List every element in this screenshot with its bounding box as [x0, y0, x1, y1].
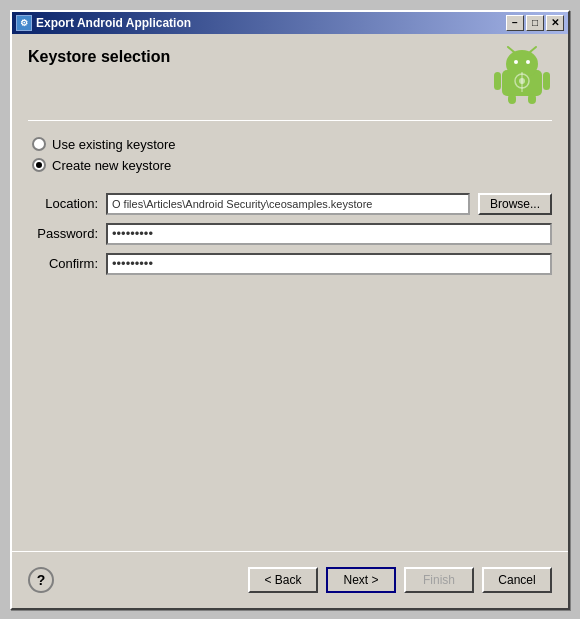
- form-section: Location: Browse... Password: Confirm:: [28, 193, 552, 275]
- radio-create-new[interactable]: Create new keystore: [32, 158, 552, 173]
- confirm-input[interactable]: [106, 253, 552, 275]
- svg-point-3: [526, 60, 530, 64]
- password-label: Password:: [28, 226, 98, 241]
- svg-rect-6: [494, 72, 501, 90]
- back-button[interactable]: < Back: [248, 567, 318, 593]
- radio-create-new-label: Create new keystore: [52, 158, 171, 173]
- location-input[interactable]: [106, 193, 470, 215]
- svg-line-5: [530, 47, 536, 52]
- finish-button[interactable]: Finish: [404, 567, 474, 593]
- location-label: Location:: [28, 196, 98, 211]
- title-bar-left: ⚙ Export Android Application: [16, 15, 191, 31]
- radio-use-existing-label: Use existing keystore: [52, 137, 176, 152]
- svg-point-12: [519, 78, 525, 84]
- password-input[interactable]: [106, 223, 552, 245]
- footer-right: < Back Next > Finish Cancel: [248, 567, 552, 593]
- content-area: Keystore selection: [12, 34, 568, 552]
- svg-rect-7: [543, 72, 550, 90]
- svg-line-4: [508, 47, 514, 52]
- radio-create-new-circle[interactable]: [32, 158, 46, 172]
- browse-button[interactable]: Browse...: [478, 193, 552, 215]
- radio-use-existing-circle[interactable]: [32, 137, 46, 151]
- header-divider: [28, 120, 552, 121]
- footer-left: ?: [28, 567, 54, 593]
- confirm-row: Confirm:: [28, 253, 552, 275]
- main-window: ⚙ Export Android Application − □ ✕ Keyst…: [10, 10, 570, 610]
- close-button[interactable]: ✕: [546, 15, 564, 31]
- svg-rect-9: [528, 94, 536, 104]
- title-bar: ⚙ Export Android Application − □ ✕: [12, 12, 568, 34]
- page-title: Keystore selection: [28, 48, 170, 66]
- svg-rect-8: [508, 94, 516, 104]
- header-row: Keystore selection: [28, 44, 552, 104]
- radio-use-existing[interactable]: Use existing keystore: [32, 137, 552, 152]
- help-button[interactable]: ?: [28, 567, 54, 593]
- window-icon: ⚙: [16, 15, 32, 31]
- title-bar-buttons: − □ ✕: [506, 15, 564, 31]
- cancel-button[interactable]: Cancel: [482, 567, 552, 593]
- svg-point-2: [514, 60, 518, 64]
- maximize-button[interactable]: □: [526, 15, 544, 31]
- footer: ? < Back Next > Finish Cancel: [12, 552, 568, 608]
- location-row: Location: Browse...: [28, 193, 552, 215]
- radio-group: Use existing keystore Create new keystor…: [28, 137, 552, 173]
- android-logo: [492, 44, 552, 104]
- next-button[interactable]: Next >: [326, 567, 396, 593]
- window-title: Export Android Application: [36, 16, 191, 30]
- password-row: Password:: [28, 223, 552, 245]
- confirm-label: Confirm:: [28, 256, 98, 271]
- minimize-button[interactable]: −: [506, 15, 524, 31]
